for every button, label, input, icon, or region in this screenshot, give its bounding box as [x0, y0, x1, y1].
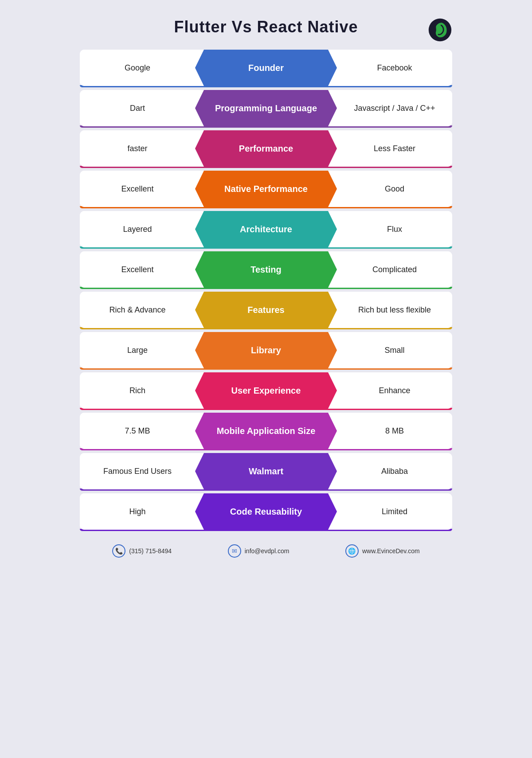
phone-icon: 📞 — [112, 544, 125, 558]
left-cell-7: Large — [80, 332, 195, 368]
center-label-0: Founder — [195, 50, 337, 86]
email-text: info@evdpl.com — [245, 547, 289, 555]
comparison-row-7: LargeLibrarySmall — [80, 332, 452, 370]
center-label-2: Performance — [195, 130, 337, 167]
comparison-row-1: DartProgramming LanguageJavascript / Jav… — [80, 90, 452, 128]
center-label-8: User Experience — [195, 372, 337, 409]
center-label-1: Programming Language — [195, 90, 337, 126]
center-label-5: Testing — [195, 251, 337, 288]
left-cell-1: Dart — [80, 90, 195, 126]
right-cell-0: Facebook — [337, 50, 452, 86]
footer: 📞 (315) 715-8494 ✉ info@evdpl.com 🌐 www.… — [80, 544, 452, 558]
website-text: www.EvinceDev.com — [362, 547, 420, 555]
center-label-7: Library — [195, 332, 337, 368]
email-icon: ✉ — [228, 544, 241, 558]
comparison-row-2: fasterPerformanceLess Faster — [80, 130, 452, 168]
comparison-row-8: RichUser ExperienceEnhance — [80, 372, 452, 410]
left-cell-3: Excellent — [80, 171, 195, 207]
page-wrapper: Flutter Vs React Native GoogleFounderFac… — [66, 9, 466, 571]
right-cell-1: Javascript / Java / C++ — [337, 90, 452, 126]
left-cell-6: Rich & Advance — [80, 292, 195, 328]
right-cell-11: Limited — [337, 493, 452, 530]
comparison-row-3: ExcellentNative PerformanceGood — [80, 171, 452, 208]
center-label-9: Mobile Application Size — [195, 413, 337, 449]
right-cell-6: Rich but less flexible — [337, 292, 452, 328]
left-cell-11: High — [80, 493, 195, 530]
comparison-row-10: Famous End UsersWalmartAlibaba — [80, 453, 452, 491]
comparison-row-0: GoogleFounderFacebook — [80, 50, 452, 87]
right-cell-2: Less Faster — [337, 130, 452, 167]
page-title: Flutter Vs React Native — [80, 18, 452, 36]
center-label-3: Native Performance — [195, 171, 337, 207]
right-cell-5: Complicated — [337, 251, 452, 288]
center-label-10: Walmart — [195, 453, 337, 489]
right-cell-4: Flux — [337, 211, 452, 247]
footer-phone: 📞 (315) 715-8494 — [112, 544, 172, 558]
logo-icon — [428, 18, 452, 42]
phone-text: (315) 715-8494 — [129, 547, 172, 555]
comparison-row-9: 7.5 MBMobile Application Size8 MB — [80, 413, 452, 450]
left-cell-0: Google — [80, 50, 195, 86]
footer-website: 🌐 www.EvinceDev.com — [345, 544, 420, 558]
left-cell-10: Famous End Users — [80, 453, 195, 489]
left-cell-5: Excellent — [80, 251, 195, 288]
left-cell-9: 7.5 MB — [80, 413, 195, 449]
center-label-4: Architecture — [195, 211, 337, 247]
right-cell-7: Small — [337, 332, 452, 368]
right-cell-3: Good — [337, 171, 452, 207]
website-icon: 🌐 — [345, 544, 359, 558]
left-cell-2: faster — [80, 130, 195, 167]
left-cell-4: Layered — [80, 211, 195, 247]
comparison-table: GoogleFounderFacebookDartProgramming Lan… — [80, 50, 452, 531]
right-cell-10: Alibaba — [337, 453, 452, 489]
comparison-row-6: Rich & AdvanceFeaturesRich but less flex… — [80, 292, 452, 329]
header: Flutter Vs React Native — [80, 18, 452, 36]
right-cell-8: Enhance — [337, 372, 452, 409]
comparison-row-5: ExcellentTestingComplicated — [80, 251, 452, 289]
footer-email: ✉ info@evdpl.com — [228, 544, 289, 558]
comparison-row-4: LayeredArchitectureFlux — [80, 211, 452, 249]
center-label-6: Features — [195, 292, 337, 328]
right-cell-9: 8 MB — [337, 413, 452, 449]
comparison-row-11: HighCode ReusabilityLimited — [80, 493, 452, 531]
left-cell-8: Rich — [80, 372, 195, 409]
center-label-11: Code Reusability — [195, 493, 337, 530]
